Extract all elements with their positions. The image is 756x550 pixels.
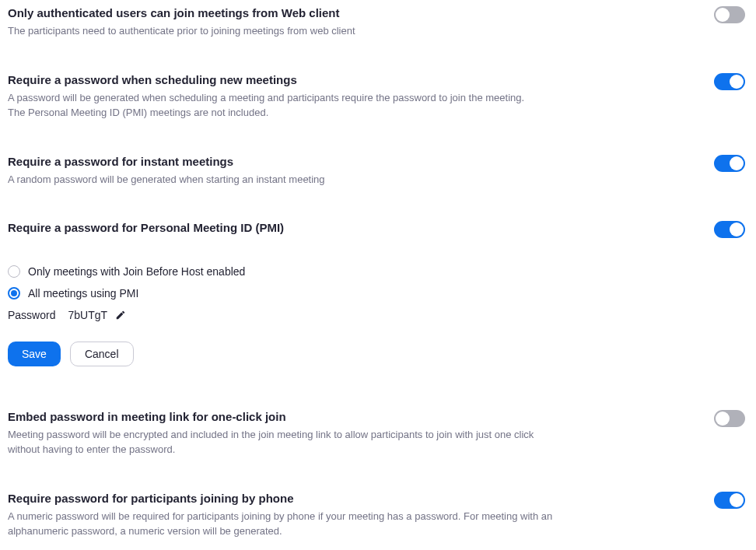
setting-text-block: Embed password in meeting link for one-c… (8, 410, 568, 457)
setting-embed-password: Embed password in meeting link for one-c… (8, 410, 748, 457)
edit-icon[interactable] (115, 310, 126, 321)
radio-label: All meetings using PMI (28, 287, 138, 300)
save-button[interactable]: Save (8, 342, 61, 366)
setting-text-block: Require a password for instant meetings … (8, 155, 325, 187)
setting-password-phone: Require password for participants joinin… (8, 492, 748, 539)
toggle-password-phone[interactable] (714, 492, 745, 509)
toggle-password-pmi[interactable] (714, 221, 745, 238)
desc-line-1: A password will be generated when schedu… (8, 91, 524, 106)
setting-password-pmi: Require a password for Personal Meeting … (8, 221, 748, 366)
setting-auth-web: Only authenticated users can join meetin… (8, 6, 748, 39)
setting-text-block: Only authenticated users can join meetin… (8, 6, 355, 39)
toggle-password-schedule[interactable] (714, 73, 745, 90)
password-label: Password (8, 309, 55, 321)
desc-line-2: The Personal Meeting ID (PMI) meetings a… (8, 106, 524, 121)
setting-description: Meeting password will be encrypted and i… (8, 428, 568, 457)
setting-description: A password will be generated when schedu… (8, 91, 524, 121)
password-line: Password 7bUTgT (8, 309, 748, 321)
setting-title: Require password for participants joinin… (8, 492, 568, 505)
cancel-button[interactable]: Cancel (70, 342, 134, 366)
setting-title: Only authenticated users can join meetin… (8, 6, 355, 19)
setting-text-block: Require a password for Personal Meeting … (8, 221, 284, 239)
toggle-auth-web[interactable] (714, 6, 745, 23)
setting-title: Require a password when scheduling new m… (8, 73, 524, 86)
setting-description: A numeric password will be required for … (8, 510, 568, 539)
radio-all-pmi[interactable]: All meetings using PMI (8, 287, 748, 300)
pmi-radio-group: Only meetings with Join Before Host enab… (8, 265, 748, 300)
radio-circle-icon (8, 287, 20, 300)
radio-label: Only meetings with Join Before Host enab… (28, 265, 245, 278)
setting-description: The participants need to authenticate pr… (8, 24, 355, 39)
setting-password-schedule: Require a password when scheduling new m… (8, 73, 748, 121)
button-row: Save Cancel (8, 342, 748, 366)
setting-text-block: Require password for participants joinin… (8, 492, 568, 539)
password-value: 7bUTgT (68, 309, 107, 321)
setting-title: Require a password for instant meetings (8, 155, 325, 168)
setting-description: A random password will be generated when… (8, 173, 325, 187)
setting-title: Embed password in meeting link for one-c… (8, 410, 568, 423)
toggle-embed-password[interactable] (714, 410, 745, 427)
setting-password-instant: Require a password for instant meetings … (8, 155, 748, 187)
toggle-password-instant[interactable] (714, 155, 745, 172)
radio-join-before-host[interactable]: Only meetings with Join Before Host enab… (8, 265, 748, 278)
setting-title: Require a password for Personal Meeting … (8, 221, 284, 234)
setting-password-pmi-header: Require a password for Personal Meeting … (8, 221, 748, 239)
radio-circle-icon (8, 265, 20, 278)
setting-text-block: Require a password when scheduling new m… (8, 73, 524, 121)
